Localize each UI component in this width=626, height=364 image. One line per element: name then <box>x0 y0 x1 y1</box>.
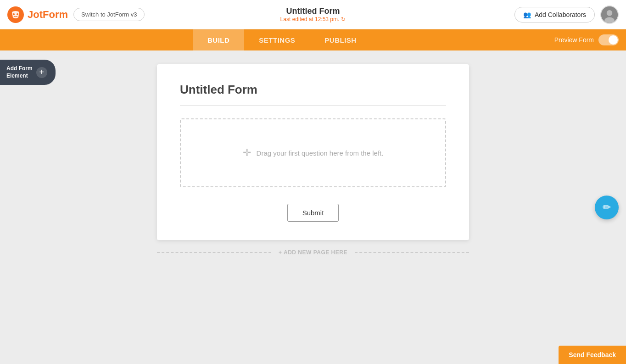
tab-settings[interactable]: SETTINGS <box>244 29 310 50</box>
drop-zone-text: Drag your first question here from the l… <box>257 149 384 157</box>
send-feedback-button[interactable]: Send Feedback <box>559 346 626 364</box>
logo-text: JotForm <box>28 9 68 21</box>
switch-version-button[interactable]: Switch to JotForm v3 <box>73 8 145 21</box>
add-page-row: + ADD NEW PAGE HERE <box>157 249 469 256</box>
header-center: Untitled Form Last edited at 12:53 pm. ↻ <box>280 6 346 22</box>
tab-build[interactable]: BUILD <box>193 29 244 50</box>
svg-point-1 <box>13 13 15 15</box>
svg-point-5 <box>604 17 615 23</box>
form-divider <box>180 105 446 106</box>
toggle-knob <box>609 35 618 45</box>
refresh-icon[interactable]: ↻ <box>341 16 346 22</box>
floating-action-button[interactable]: ✏ <box>595 196 619 219</box>
add-collaborators-button[interactable]: 👥 Add Collaborators <box>514 7 595 22</box>
add-form-label: Add Form <box>6 65 33 73</box>
svg-point-2 <box>17 13 18 15</box>
fab-icon: ✏ <box>603 202 611 213</box>
header-right: 👥 Add Collaborators <box>514 6 619 24</box>
nav-right: Preview Form <box>554 34 626 45</box>
form-canvas: Untitled Form ✛ Drag your first question… <box>0 50 626 364</box>
user-avatar[interactable] <box>600 6 619 24</box>
form-card: Untitled Form ✛ Drag your first question… <box>157 64 469 240</box>
add-element-text: Add Form Element <box>6 65 33 79</box>
drop-zone[interactable]: ✛ Drag your first question here from the… <box>180 118 446 187</box>
last-edited-text: Last edited at 12:53 pm. <box>280 16 340 22</box>
form-card-title: Untitled Form <box>180 83 446 97</box>
form-subtitle: Last edited at 12:53 pm. ↻ <box>280 16 346 22</box>
header: JotForm Switch to JotForm v3 Untitled Fo… <box>0 0 626 29</box>
add-new-page-label[interactable]: + ADD NEW PAGE HERE <box>271 249 355 256</box>
add-page-line-right <box>355 252 469 253</box>
main-content: Add Form Element + Untitled Form ✛ Drag … <box>0 50 626 364</box>
element-label: Element <box>6 73 33 80</box>
avatar-image <box>601 6 618 24</box>
preview-form-label: Preview Form <box>554 36 594 44</box>
logo[interactable]: JotForm <box>7 6 68 23</box>
nav-tabs: BUILD SETTINGS PUBLISH <box>193 29 371 50</box>
form-title: Untitled Form <box>280 6 346 16</box>
svg-point-4 <box>607 10 613 16</box>
tab-publish[interactable]: PUBLISH <box>310 29 371 50</box>
drag-icon: ✛ <box>243 147 251 159</box>
add-collaborators-label: Add Collaborators <box>535 11 586 18</box>
jotform-logo-icon <box>7 6 24 23</box>
nav-bar: BUILD SETTINGS PUBLISH Preview Form <box>0 29 626 50</box>
add-page-line-left <box>157 252 271 253</box>
submit-button[interactable]: Submit <box>287 204 339 222</box>
add-form-element-button[interactable]: Add Form Element + <box>0 60 56 85</box>
header-left: JotForm Switch to JotForm v3 <box>7 6 145 23</box>
preview-form-toggle[interactable] <box>598 34 619 45</box>
collaborators-icon: 👥 <box>523 11 531 18</box>
plus-icon: + <box>36 67 47 78</box>
